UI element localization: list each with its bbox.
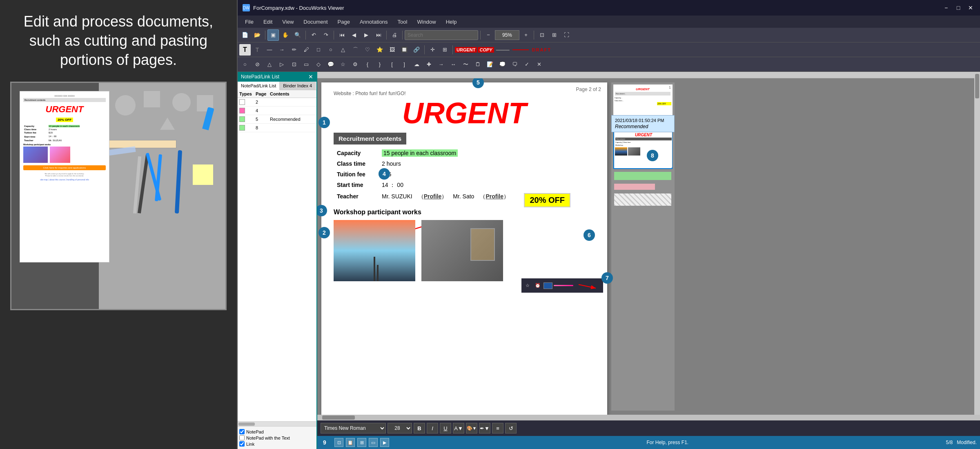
font-select[interactable]: Times New Roman Arial Helvetica (321, 423, 386, 433)
group-tool[interactable]: ⊞ (439, 44, 450, 56)
notepad-tab-binder[interactable]: Binder Index 4 (280, 82, 316, 90)
callout-tool[interactable]: 💬 (325, 59, 336, 70)
menu-tool[interactable]: Tool (394, 18, 412, 26)
zoom-out[interactable]: − (483, 29, 494, 41)
menu-annotations[interactable]: Annotations (356, 18, 392, 26)
checkbox-notepad-text-input[interactable] (239, 435, 245, 440)
note2-tool[interactable]: 📝 (484, 59, 496, 70)
menu-document[interactable]: Document (299, 18, 332, 26)
prev-page[interactable]: ◀ (348, 29, 360, 41)
note-tool[interactable]: 🗒 (472, 59, 483, 70)
doc-vscrollbar[interactable] (974, 72, 980, 415)
search-input[interactable] (405, 30, 478, 40)
oval-tool[interactable]: ○ (325, 44, 336, 56)
curly-tool[interactable]: { (362, 59, 373, 70)
link-tool[interactable]: 🔗 (411, 44, 422, 56)
zoom-tool[interactable]: 🔍 (292, 29, 303, 41)
thumb-page-2[interactable]: Website... URGENT Recruitment Capacity |… (613, 127, 673, 169)
status-icon-2[interactable]: 📋 (346, 438, 355, 447)
new-button[interactable]: 📄 (239, 29, 251, 41)
mini-star-btn[interactable]: ☆ (523, 281, 532, 290)
maximize-button[interactable]: □ (954, 4, 963, 11)
notepad-row-4[interactable]: 8 (238, 124, 316, 132)
close-button[interactable]: ✕ (966, 4, 975, 11)
notepad-tab-list[interactable]: NotePad/Link List (238, 82, 280, 90)
minimize-button[interactable]: − (942, 4, 951, 11)
highlight-pen[interactable]: ✏ (288, 44, 300, 56)
line-tool[interactable]: — (264, 44, 275, 56)
checkbox-notepad-input[interactable] (239, 429, 245, 434)
circle-tool[interactable]: ○ (239, 59, 251, 70)
open-button[interactable]: 📂 (252, 29, 263, 41)
status-icon-1[interactable]: ⊡ (334, 438, 343, 447)
zoom-in[interactable]: + (520, 29, 532, 41)
notepad-row-3[interactable]: 5 Recommended (238, 115, 316, 124)
close-shape-tool[interactable]: ✕ (533, 59, 545, 70)
diamond-tool[interactable]: ◇ (313, 59, 324, 70)
menu-help[interactable]: Help (442, 18, 461, 26)
cross-tool[interactable]: ✚ (423, 59, 434, 70)
next-page[interactable]: ▶ (361, 29, 372, 41)
bracket-tool[interactable]: [ (386, 59, 398, 70)
heart-tool[interactable]: ♡ (362, 44, 373, 56)
frame-tool[interactable]: ⊡ (288, 59, 300, 70)
last-page[interactable]: ⏭ (373, 29, 384, 41)
mini-clock-btn[interactable]: ⏰ (533, 281, 542, 290)
move-tool[interactable]: ✛ (427, 44, 438, 56)
bold-button[interactable]: B (414, 423, 425, 433)
bracket2-tool[interactable]: ] (399, 59, 410, 70)
rect2-tool[interactable]: ▭ (301, 59, 312, 70)
checkbox-link-input[interactable] (239, 441, 245, 447)
window-controls[interactable]: − □ ✕ (942, 4, 975, 11)
full-screen[interactable]: ⛶ (561, 29, 572, 41)
font-size-select[interactable]: 28 12 14 18 24 36 48 72 (388, 423, 412, 433)
fit-page[interactable]: ⊡ (536, 29, 548, 41)
star2-tool[interactable]: ☆ (337, 59, 349, 70)
menu-view[interactable]: View (278, 18, 298, 26)
doc-hscrollbar[interactable] (317, 415, 980, 420)
bg-color-button[interactable]: 🎨▼ (466, 423, 477, 433)
triangle-tool[interactable]: △ (264, 59, 275, 70)
image-tool[interactable]: 🖼 (386, 44, 398, 56)
star-tool[interactable]: ⭐ (374, 44, 385, 56)
zoom-input[interactable] (495, 30, 519, 40)
italic-button[interactable]: I (427, 423, 438, 433)
menu-edit[interactable]: Edit (259, 18, 276, 26)
text-tool-alt[interactable]: T (252, 44, 263, 56)
menu-file[interactable]: File (241, 18, 258, 26)
print-button[interactable]: 🖨 (389, 29, 400, 41)
undo-button[interactable]: ↺ (505, 423, 517, 433)
font-color-button[interactable]: A▼ (453, 423, 464, 433)
slash-tool[interactable]: ⊘ (252, 59, 263, 70)
status-icon-4[interactable]: ▭ (369, 438, 378, 447)
rotate-left[interactable]: ↶ (308, 29, 319, 41)
menu-window[interactable]: Window (413, 18, 440, 26)
tick-tool[interactable]: ✓ (521, 59, 532, 70)
poly-tool[interactable]: △ (337, 44, 349, 56)
rotate-right[interactable]: ↷ (320, 29, 332, 41)
curly2-tool[interactable]: } (374, 59, 385, 70)
wavy-tool[interactable]: 〜 (460, 59, 471, 70)
dbl-arrow-tool[interactable]: ↔ (448, 59, 459, 70)
notepad-close[interactable]: ✕ (308, 73, 313, 80)
notepad-row-2[interactable]: 4 (238, 107, 316, 115)
cloud-tool[interactable]: ☁ (411, 59, 422, 70)
outline-button[interactable]: ✒▼ (479, 423, 490, 433)
rect-tool[interactable]: □ (313, 44, 324, 56)
select-tool[interactable]: ▣ (267, 29, 279, 41)
play-tool[interactable]: ▷ (276, 59, 287, 70)
notepad-hscrollbar[interactable] (238, 421, 316, 426)
pen-tool[interactable]: 🖊 (301, 44, 312, 56)
arrow2-tool[interactable]: → (435, 59, 447, 70)
arrow-tool[interactable]: → (276, 44, 287, 56)
underline-button[interactable]: U (440, 423, 451, 433)
first-page[interactable]: ⏮ (336, 29, 347, 41)
notepad-row-1[interactable]: 2 (238, 98, 316, 107)
profile-link-sato[interactable]: Profile (486, 193, 503, 200)
menu-page[interactable]: Page (334, 18, 354, 26)
profile-link-suzuki[interactable]: Profile (424, 193, 442, 200)
hand-tool[interactable]: ✋ (280, 29, 291, 41)
stamp-tool[interactable]: 🔲 (399, 44, 410, 56)
gear2-tool[interactable]: ⚙ (350, 59, 361, 70)
align-button[interactable]: ≡ (492, 423, 503, 433)
